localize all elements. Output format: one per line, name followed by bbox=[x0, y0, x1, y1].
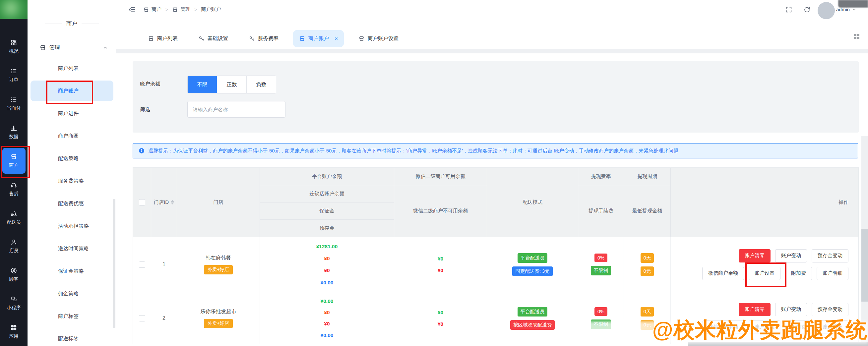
row-checkbox[interactable] bbox=[139, 315, 145, 321]
header-store-id[interactable]: 门店ID bbox=[151, 168, 177, 237]
shop-icon bbox=[172, 7, 178, 12]
sidebar-item-label: 商户 bbox=[9, 162, 19, 168]
breadcrumb-item-管理[interactable]: 管理 bbox=[172, 6, 190, 12]
submenu-group-manage[interactable]: 管理 bbox=[28, 40, 116, 55]
sidebar-item-顾客[interactable]: 顾客 bbox=[2, 262, 26, 288]
sidebar-item-商户[interactable]: 商户 bbox=[2, 148, 26, 174]
submenu-item-保证金策略[interactable]: 保证金策略 bbox=[28, 260, 116, 282]
shop-icon bbox=[10, 153, 17, 160]
topbar: 商户>管理>商户账户 admin bbox=[116, 0, 868, 19]
submenu-item-label: 商户标签 bbox=[58, 313, 79, 320]
submenu-item-商户商圈[interactable]: 商户商圈 bbox=[28, 125, 116, 147]
submenu-item-商户进件[interactable]: 商户进件 bbox=[28, 102, 116, 125]
breadcrumb-separator: > bbox=[194, 7, 197, 12]
action-button-预存金变动[interactable]: 预存金变动 bbox=[812, 303, 848, 316]
refresh-icon[interactable] bbox=[803, 6, 811, 13]
delivery-mode-badge: 平台配送员 bbox=[518, 253, 548, 263]
apps-icon bbox=[10, 324, 17, 331]
action-button-账户明细[interactable]: 账户明细 bbox=[816, 267, 848, 280]
secondary-sidebar: 商户 管理 商户列表商户账户商户进件商户商圈配送策略服务费策略配送费优惠活动承担… bbox=[28, 0, 116, 346]
sidebar-item-label: 顾客 bbox=[9, 276, 19, 282]
store-name: 韩在府韩餐 bbox=[206, 254, 231, 261]
action-button-附加费[interactable]: 附加费 bbox=[785, 267, 812, 280]
sort-icon[interactable] bbox=[171, 200, 174, 205]
actions-cell: 账户清零账户变动预存金变动微信商户余额账户设置附加费账户明细 bbox=[671, 237, 858, 292]
merchant-search-input[interactable] bbox=[187, 101, 285, 118]
tab-商户账户[interactable]: 商户账户× bbox=[293, 30, 344, 47]
balance-option-正数[interactable]: 正数 bbox=[217, 76, 246, 93]
submenu-title-row: 商户 bbox=[28, 20, 116, 28]
action-button-账户设置[interactable]: 账户设置 bbox=[749, 267, 780, 280]
submenu-item-商户标签[interactable]: 商户标签 bbox=[28, 305, 116, 327]
sidebar-item-售后[interactable]: 售后 bbox=[2, 176, 26, 202]
withdraw-fee: 0%不限制 bbox=[578, 237, 624, 292]
breadcrumb-item-商户[interactable]: 商户 bbox=[143, 6, 161, 12]
header-fee-group: 提现费率提现手续费 bbox=[578, 168, 624, 237]
main-scrollbar-thumb[interactable] bbox=[861, 229, 868, 302]
action-button-微信商户余额[interactable]: 微信商户余额 bbox=[702, 267, 744, 280]
submenu-item-送达时间策略[interactable]: 送达时间策略 bbox=[28, 237, 116, 260]
wechat-balance-value: ¥0 bbox=[438, 268, 443, 273]
avatar[interactable] bbox=[817, 2, 835, 19]
balance-option-不限[interactable]: 不限 bbox=[188, 76, 217, 93]
sidebar-item-label: 售后 bbox=[9, 191, 19, 197]
submenu-item-配送费优惠[interactable]: 配送费优惠 bbox=[28, 192, 116, 215]
submenu-item-label: 配送费优惠 bbox=[58, 200, 84, 207]
action-button-账户变动[interactable]: 账户变动 bbox=[775, 303, 807, 316]
submenu-item-佣金策略[interactable]: 佣金策略 bbox=[28, 282, 116, 305]
sidebar-item-label: 应用 bbox=[9, 334, 19, 339]
app-root: 概况订单当面付数据商户售后配送员店员顾客小程序应用 商户 管理 商户列表商户账户… bbox=[0, 0, 868, 346]
store-cell: 乐你乐批发超市外卖+好店 bbox=[177, 292, 260, 344]
action-button-预存金变动[interactable]: 预存金变动 bbox=[812, 249, 848, 262]
sidebar-item-配送员[interactable]: 配送员 bbox=[2, 205, 26, 231]
sidebar-item-当面付[interactable]: 当面付 bbox=[2, 91, 26, 117]
order-list-icon bbox=[10, 68, 17, 74]
header-balance-group: 平台账户余额连锁店账户余额保证金预存金 bbox=[260, 168, 394, 237]
withdraw-cycle-badge: 0天 bbox=[641, 307, 654, 316]
action-button-账户清零[interactable]: 账户清零 bbox=[739, 249, 771, 262]
fullscreen-icon[interactable] bbox=[785, 6, 793, 13]
submenu-item-服务费策略[interactable]: 服务费策略 bbox=[28, 170, 116, 192]
balance-value: ¥0.00 bbox=[320, 280, 334, 285]
breadcrumb-separator: > bbox=[165, 7, 168, 12]
submenu-item-商户账户[interactable]: 商户账户 bbox=[28, 80, 116, 102]
sidebar-item-概况[interactable]: 概况 bbox=[2, 34, 26, 60]
header-balance-group-sub: 平台账户余额 bbox=[260, 168, 394, 185]
tab-label: 商户列表 bbox=[157, 35, 178, 42]
sidebar-item-店员[interactable]: 店员 bbox=[2, 233, 26, 259]
sidebar-item-应用[interactable]: 应用 bbox=[2, 319, 26, 345]
submenu-item-商户列表[interactable]: 商户列表 bbox=[28, 57, 116, 80]
header-label: 门店 bbox=[214, 199, 223, 206]
tab-服务费率[interactable]: 服务费率 bbox=[243, 30, 284, 47]
sidebar-scrollbar[interactable] bbox=[113, 199, 115, 328]
submenu-item-配送策略[interactable]: 配送策略 bbox=[28, 147, 116, 170]
sidebar-item-数据[interactable]: 数据 bbox=[2, 119, 26, 145]
close-icon[interactable]: × bbox=[335, 35, 338, 42]
tab-商户账户设置[interactable]: 商户账户设置 bbox=[352, 30, 404, 47]
menu-fold-icon[interactable] bbox=[128, 6, 136, 13]
row-checkbox[interactable] bbox=[139, 261, 145, 268]
tab-基础设置[interactable]: 基础设置 bbox=[192, 30, 234, 47]
delivery-mode: 平台配送员固定配送费: 3元 bbox=[487, 237, 578, 292]
primary-sidebar: 概况订单当面付数据商户售后配送员店员顾客小程序应用 bbox=[0, 19, 28, 346]
submenu-item-配送标签[interactable]: 配送标签 bbox=[28, 327, 116, 346]
grid-icon[interactable] bbox=[853, 32, 861, 40]
submenu-item-label: 商户进件 bbox=[58, 110, 79, 117]
sidebar-item-订单[interactable]: 订单 bbox=[2, 62, 26, 88]
watermark-text: @校米粒外卖跑腿系统 bbox=[652, 315, 867, 344]
action-button-账户清零[interactable]: 账户清零 bbox=[739, 303, 771, 316]
withdraw-fee-badge: 不限制 bbox=[591, 266, 611, 275]
submenu-item-活动承担策略[interactable]: 活动承担策略 bbox=[28, 215, 116, 237]
balance-value: ¥1281.00 bbox=[316, 244, 338, 249]
tab-label: 商户账户 bbox=[308, 35, 329, 42]
tab-label: 基础设置 bbox=[208, 35, 228, 42]
breadcrumb-item-商户账户[interactable]: 商户账户 bbox=[201, 6, 221, 12]
header-cycle-group-sub: 最低提现金额 bbox=[624, 185, 671, 237]
store-id: 1 bbox=[162, 261, 165, 268]
balance-option-负数[interactable]: 负数 bbox=[246, 76, 276, 93]
select-all-checkbox[interactable] bbox=[139, 199, 145, 206]
sidebar-item-小程序[interactable]: 小程序 bbox=[2, 290, 26, 316]
tab-商户列表[interactable]: 商户列表 bbox=[142, 30, 184, 47]
balance-value: ¥0 bbox=[324, 256, 330, 261]
action-button-账户变动[interactable]: 账户变动 bbox=[775, 249, 807, 262]
